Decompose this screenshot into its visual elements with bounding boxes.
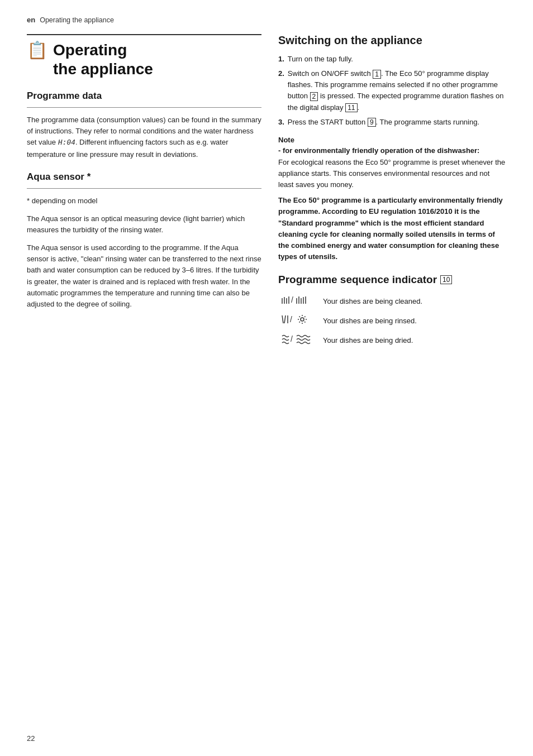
switching-on-heading: Switching on the appliance [278, 34, 506, 47]
box-11: 11 [345, 103, 357, 112]
page-number: 22 [27, 734, 35, 743]
aqua-sensor-section: Aqua sensor * * depending on model The A… [27, 171, 261, 310]
indicator-row-rinse: / Your dishes ar [278, 313, 506, 328]
programme-data-section: Programme data The programme data (consu… [27, 90, 261, 160]
step-2-num: 2. [278, 68, 284, 79]
svg-point-14 [301, 318, 304, 321]
aqua-sensor-heading: Aqua sensor * [27, 171, 261, 183]
h04-code: H:04 [58, 138, 75, 147]
rinsing-icon: / [278, 313, 317, 328]
svg-line-20 [304, 322, 305, 322]
step-3-text: Press the START button 9. The programme … [288, 117, 479, 128]
note-heading: Note [278, 136, 506, 144]
note-para1: For ecological reasons the Eco 50° progr… [278, 157, 506, 190]
indicator-text-dry: Your dishes are being dried. [323, 336, 413, 346]
drying-icon: / [278, 333, 317, 348]
page-title-line2: the appliance [53, 60, 153, 79]
rinsing-svg: / [281, 313, 315, 326]
step-1-num: 1. [278, 54, 284, 65]
svg-line-22 [299, 322, 300, 322]
programme-data-body: The programme data (consumption values) … [27, 114, 261, 160]
prog-seq-heading-text: Programme sequence indicator [278, 274, 437, 286]
svg-text:/: / [291, 295, 294, 304]
svg-line-10 [282, 315, 283, 323]
svg-line-21 [304, 317, 305, 317]
steps-list: 1. Turn on the tap fully. 2. Switch on O… [278, 54, 506, 128]
step-3: 3. Press the START button 9. The program… [278, 117, 506, 128]
prog-seq-heading: Programme sequence indicator 10 [278, 274, 506, 286]
note-para2-bold: The Eco 50° programme is a particularly … [278, 195, 506, 262]
svg-line-19 [299, 317, 300, 317]
left-column: 📋 Operating the appliance Programme data… [27, 34, 261, 352]
step-2-text: Switch on ON/OFF switch 1. The Eco 50° p… [288, 68, 506, 113]
box-1: 1 [373, 70, 381, 79]
page: en Operating the appliance 📋 Operating t… [0, 0, 533, 756]
language-code: en [27, 16, 35, 24]
main-content: 📋 Operating the appliance Programme data… [27, 34, 506, 352]
prog-seq-box: 10 [440, 275, 452, 284]
step-1-text: Turn on the tap fully. [288, 54, 353, 65]
step-1: 1. Turn on the tap fully. [278, 54, 506, 65]
cleaning-svg: / [281, 294, 315, 306]
top-header: en Operating the appliance [27, 16, 506, 24]
drying-svg: / [281, 333, 315, 345]
indicator-row-dry: / Your dishes are being dried. [278, 333, 506, 348]
breadcrumb-text: Operating the appliance [40, 16, 114, 24]
page-title-block: 📋 Operating the appliance [27, 34, 261, 78]
svg-line-11 [284, 315, 285, 323]
note-subheading: - for environmentally friendly operation… [278, 146, 506, 155]
page-title: Operating the appliance [53, 41, 153, 78]
svg-text:/: / [290, 315, 293, 324]
step-2: 2. Switch on ON/OFF switch 1. The Eco 50… [278, 68, 506, 113]
programme-data-heading: Programme data [27, 90, 261, 102]
svg-text:/: / [291, 334, 293, 343]
indicator-row-clean: / Your dishes are being cleaned. [278, 294, 506, 309]
aqua-sensor-para1: The Aqua sensor is an optical measuring … [27, 213, 261, 236]
divider-aqua [27, 188, 261, 189]
aqua-sensor-note: * depending on model [27, 195, 261, 207]
box-9: 9 [368, 118, 376, 127]
page-title-line1: Operating [53, 41, 153, 60]
programme-sequence-section: Programme sequence indicator 10 / [278, 274, 506, 348]
step-3-num: 3. [278, 117, 284, 128]
note-section: Note - for environmentally friendly oper… [278, 136, 506, 262]
cleaning-icon: / [278, 294, 317, 309]
indicator-text-rinse: Your dishes are being rinsed. [323, 316, 417, 326]
operating-icon: 📋 [27, 42, 47, 59]
divider-programme [27, 107, 261, 108]
box-2: 2 [310, 92, 318, 101]
indicator-text-clean: Your dishes are being cleaned. [323, 296, 422, 307]
right-column: Switching on the appliance 1. Turn on th… [278, 34, 506, 352]
aqua-sensor-para2: The Aqua sensor is used according to the… [27, 242, 261, 310]
